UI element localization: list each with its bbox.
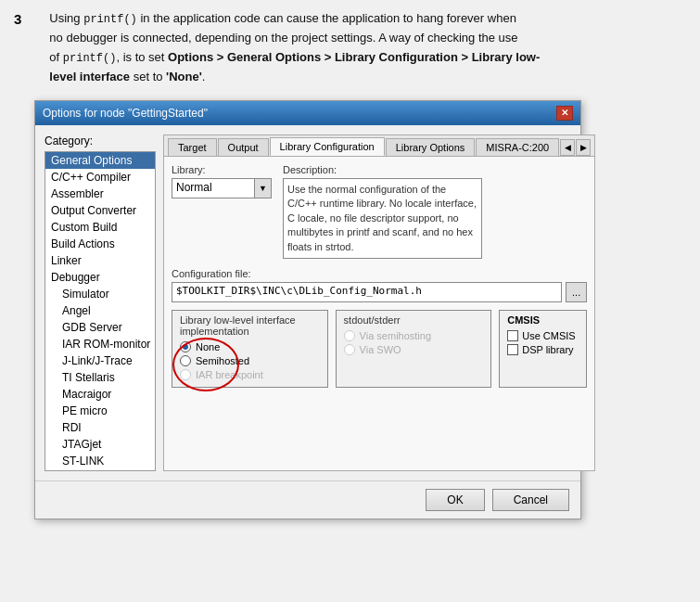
library-field-label: Library: [172,164,272,175]
dialog-footer: OK Cancel [35,480,580,519]
dialog-body: Category: General OptionsC/C++ CompilerA… [35,125,580,480]
radio-iar-breakpoint-circle [180,369,191,380]
library-row: Library: Normal ▼ Description: Use the n… [172,164,587,259]
tab-library-options[interactable]: Library Options [386,138,476,156]
description-col: Description: Use the normal configuratio… [283,164,482,259]
cancel-button[interactable]: Cancel [492,489,569,511]
description-box: Use the normal configuration of the C/C+… [283,178,482,259]
category-item-j-link/j-trace[interactable]: J-Link/J-Trace [45,352,155,369]
category-item-jtagjet[interactable]: JTAGjet [45,436,155,453]
radio-via-semihosting-circle [344,330,355,341]
category-item-ti-stellaris[interactable]: TI Stellaris [45,369,155,386]
category-item-assembler[interactable]: Assembler [45,186,155,202]
radio-none-label: None [196,341,220,352]
radio-via-swo-circle [344,344,355,355]
options-panel: TargetOutputLibrary ConfigurationLibrary… [163,134,595,471]
radio-semihosted-item[interactable]: Semihosted [180,355,320,366]
lower-row: Library low-level interface implementati… [172,310,587,388]
category-list: General OptionsC/C++ CompilerAssemblerOu… [45,151,156,471]
intro-line3: no debugger is connected, depending on t… [49,31,517,45]
category-item-gdb-server[interactable]: GDB Server [45,319,155,336]
tab-next-button[interactable]: ▶ [576,139,591,156]
intro-code1: printf() [83,13,137,26]
intro-bold3: 'None' [166,70,202,83]
category-item-output-converter[interactable]: Output Converter [45,202,155,219]
radio-semihosted-circle [180,355,191,366]
radio-iar-breakpoint-label: IAR breakpoint [196,369,263,380]
lli-box: Library low-level interface implementati… [172,310,328,388]
tabs-row: TargetOutputLibrary ConfigurationLibrary… [164,135,594,157]
ok-button[interactable]: OK [426,489,484,511]
cmsis-title: CMSIS [507,314,579,326]
category-item-custom-build[interactable]: Custom Build [45,219,155,236]
intro-line2: in the application code can cause the ap… [137,11,516,25]
library-select-arrow[interactable]: ▼ [255,178,272,199]
tab-output[interactable]: Output [218,138,269,156]
use-cmsis-checkbox[interactable] [507,330,518,341]
radio-via-swo-item: Via SWO [344,344,484,355]
intro-bold1: Options > General Options > Library Conf… [168,50,540,64]
stdout-box: stdout/stderr Via semihosting Via SWO [336,310,492,388]
tab-library-configuration[interactable]: Library Configuration [270,137,385,156]
step-number: 3 [14,11,21,87]
category-item-angel[interactable]: Angel [45,302,155,319]
radio-via-semihosting-label: Via semihosting [360,330,431,341]
category-item-rdi[interactable]: RDI [45,419,155,436]
description-label: Description: [283,164,482,175]
category-item-simulator[interactable]: Simulator [45,286,155,302]
cmsis-box: CMSIS Use CMSIS DSP library [499,310,587,388]
radio-none-circle [180,341,191,352]
radio-none-item[interactable]: None [180,341,320,352]
radio-via-semihosting-item: Via semihosting [344,330,484,341]
intro-bold1b: level interface [49,70,130,83]
library-select-box[interactable]: Normal [172,178,255,199]
config-file-input-row: $TOOLKIT_DIR$\INC\c\DLib_Config_Normal.h… [172,282,587,302]
library-col: Library: Normal ▼ [172,164,272,259]
category-item-build-actions[interactable]: Build Actions [45,236,155,252]
radio-via-swo-label: Via SWO [360,344,401,355]
dsp-library-item[interactable]: DSP library [507,344,579,355]
intro-period: . [202,70,206,83]
category-item-general-options[interactable]: General Options [45,152,155,169]
intro-text: Using printf() in the application code c… [49,9,540,87]
intro-code2: printf() [63,52,117,65]
intro-bold2: set to [130,70,166,83]
browse-button[interactable]: ... [566,282,587,302]
category-item-pe-micro[interactable]: PE micro [45,403,155,419]
config-file-row: Configuration file: $TOOLKIT_DIR$\INC\c\… [172,268,587,302]
dsp-library-checkbox[interactable] [507,344,518,355]
category-item-macraigor[interactable]: Macraigor [45,386,155,403]
library-select[interactable]: Normal ▼ [172,178,272,199]
category-label: Category: [45,134,156,147]
use-cmsis-label: Use CMSIS [522,330,575,341]
lli-title: Library low-level interface implementati… [180,314,320,337]
lli-radios: None Semihosted IAR breakpoint [180,341,320,380]
dsp-library-label: DSP library [522,344,573,355]
tab-prev-button[interactable]: ◀ [560,139,575,156]
category-panel: Category: General OptionsC/C++ CompilerA… [45,134,156,471]
category-item-third-party-driver[interactable]: Third-Party Driver [45,469,155,471]
radio-semihosted-label: Semihosted [196,355,249,366]
category-item-debugger[interactable]: Debugger [45,269,155,286]
dialog-close-button[interactable]: ✕ [556,106,573,121]
options-dialog: Options for node "GettingStarted" ✕ Cate… [34,100,581,519]
intro-line5: , is to set [116,50,168,64]
dialog-titlebar: Options for node "GettingStarted" ✕ [35,101,580,125]
category-item-linker[interactable]: Linker [45,252,155,269]
config-file-text[interactable]: $TOOLKIT_DIR$\INC\c\DLib_Config_Normal.h [172,282,562,302]
intro-line4: of [49,50,62,64]
stdout-title: stdout/stderr [344,314,484,326]
category-item-st-link[interactable]: ST-LINK [45,453,155,469]
config-file-label: Configuration file: [172,268,587,279]
tab-misra-c:200[interactable]: MISRA-C:200 [476,138,559,156]
use-cmsis-item[interactable]: Use CMSIS [507,330,579,341]
tab-target[interactable]: Target [168,138,217,156]
category-item-c/c++-compiler[interactable]: C/C++ Compiler [45,169,155,186]
radio-iar-breakpoint-item: IAR breakpoint [180,369,320,380]
intro-line1: Using [49,11,83,25]
dialog-title: Options for node "GettingStarted" [43,107,208,120]
category-item-iar-rom-monitor[interactable]: IAR ROM-monitor [45,336,155,352]
panel-content: Library: Normal ▼ Description: Use the n… [164,157,594,395]
